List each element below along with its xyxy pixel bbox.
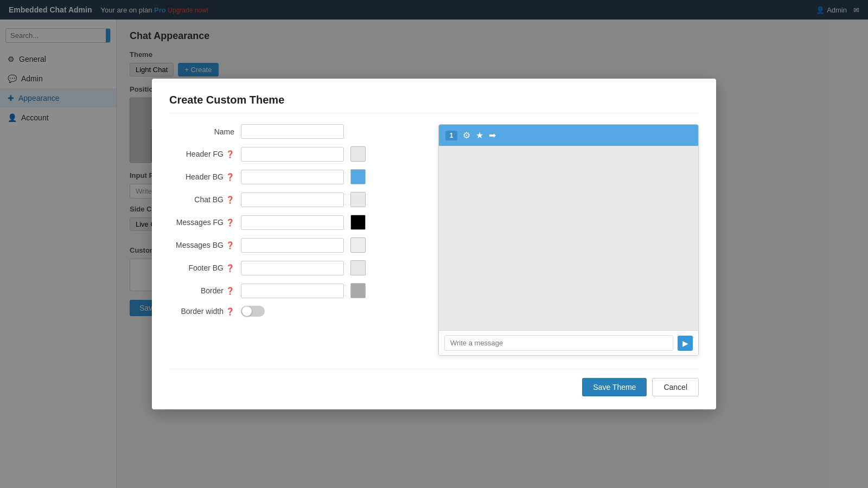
modal-preview: 1 ⚙ ★ ➡ ▶ (438, 124, 699, 356)
preview-widget: 1 ⚙ ★ ➡ ▶ (438, 124, 699, 356)
form-row-messages-fg: Messages FG ❓ #000000 (169, 215, 421, 230)
export-icon[interactable]: ➡ (489, 130, 496, 140)
border-swatch[interactable] (350, 283, 366, 298)
header-fg-swatch[interactable] (350, 146, 366, 162)
footer-bg-swatch[interactable] (350, 260, 366, 275)
modal-form: Name Header FG ❓ #ffffff Header (169, 124, 421, 356)
chat-bg-swatch[interactable] (350, 192, 366, 207)
header-fg-label: Header FG ❓ (169, 150, 234, 158)
save-theme-button[interactable]: Save Theme (582, 378, 647, 396)
header-bg-input[interactable]: #56a8e3 (241, 170, 344, 184)
messages-bg-swatch[interactable] (350, 237, 366, 253)
header-bg-swatch[interactable] (350, 169, 366, 184)
footer-bg-help-icon[interactable]: ❓ (226, 264, 234, 272)
form-row-name: Name (169, 124, 421, 139)
name-input[interactable] (241, 124, 344, 139)
create-theme-modal: Create Custom Theme Name Header FG ❓ (152, 79, 716, 409)
form-row-header-fg: Header FG ❓ #ffffff (169, 146, 421, 162)
border-width-toggle-row (241, 306, 271, 317)
chat-bg-input[interactable]: #e8e8e8 (241, 192, 344, 207)
chat-bg-label: Chat BG ❓ (169, 195, 234, 204)
messages-fg-help-icon[interactable]: ❓ (226, 219, 234, 227)
border-width-label: Border width ❓ (169, 307, 234, 316)
form-row-border-width: Border width ❓ (169, 306, 421, 317)
chat-bg-help-icon[interactable]: ❓ (226, 196, 234, 204)
form-row-messages-bg: Messages BG ❓ #eeeeee (169, 237, 421, 253)
form-row-chat-bg: Chat BG ❓ #e8e8e8 (169, 192, 421, 207)
settings-icon[interactable]: ⚙ (463, 130, 470, 140)
header-bg-label: Header BG ❓ (169, 172, 234, 181)
border-label: Border ❓ (169, 286, 234, 295)
star-icon[interactable]: ★ (476, 130, 483, 140)
preview-send-button[interactable]: ▶ (678, 336, 693, 351)
name-label: Name (169, 127, 234, 136)
form-row-footer-bg: Footer BG ❓ #ffffff (169, 260, 421, 275)
messages-fg-swatch[interactable] (350, 215, 366, 230)
footer-bg-input[interactable]: #ffffff (241, 261, 344, 275)
preview-badge: 1 (445, 131, 457, 140)
preview-message-input[interactable] (444, 335, 673, 351)
messages-bg-help-icon[interactable]: ❓ (226, 241, 234, 249)
messages-bg-input[interactable]: #eeeeee (241, 238, 344, 253)
toggle-thumb (242, 306, 252, 316)
messages-fg-label: Messages FG ❓ (169, 218, 234, 227)
header-fg-help-icon[interactable]: ❓ (226, 150, 234, 158)
messages-bg-label: Messages BG ❓ (169, 241, 234, 249)
cancel-button[interactable]: Cancel (652, 378, 699, 396)
form-row-header-bg: Header BG ❓ #56a8e3 (169, 169, 421, 184)
footer-bg-label: Footer BG ❓ (169, 264, 234, 272)
border-width-toggle[interactable] (241, 306, 265, 317)
preview-footer: ▶ (439, 330, 698, 355)
modal-title: Create Custom Theme (169, 94, 699, 113)
border-width-help-icon[interactable]: ❓ (226, 307, 234, 316)
preview-messages-area (439, 146, 698, 330)
modal-overlay: Create Custom Theme Name Header FG ❓ (0, 0, 868, 488)
modal-footer: Save Theme Cancel (169, 369, 699, 396)
form-row-border: Border ❓ #aaaaaa (169, 283, 421, 298)
header-fg-input[interactable]: #ffffff (241, 147, 344, 162)
messages-fg-input[interactable]: #000000 (241, 215, 344, 230)
preview-widget-header: 1 ⚙ ★ ➡ (439, 125, 698, 146)
header-bg-help-icon[interactable]: ❓ (226, 173, 234, 181)
border-input[interactable]: #aaaaaa (241, 284, 344, 298)
modal-body: Name Header FG ❓ #ffffff Header (169, 124, 699, 356)
border-help-icon[interactable]: ❓ (226, 287, 234, 295)
